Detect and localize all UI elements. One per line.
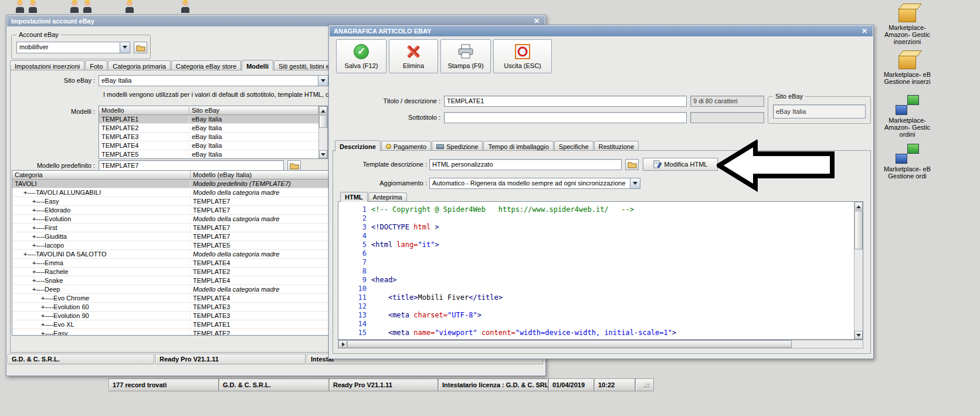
close-icon[interactable]: ✕	[860, 27, 869, 35]
scroll-down-icon[interactable]	[319, 150, 327, 158]
editor-hscrollbar[interactable]	[338, 340, 863, 349]
company-name: G.D. & C. S.R.L.	[219, 378, 329, 391]
app-statusbar: 177 record trovati G.D. & C. S.R.L. Read…	[108, 378, 654, 391]
models-row[interactable]: TEMPLATE5eBay Italia	[99, 150, 318, 159]
yellow-package-icon	[898, 55, 916, 69]
site-groupbox: Sito eBay eBay Italia	[768, 96, 871, 124]
dropdown-arrow-icon[interactable]	[630, 178, 640, 188]
code-area: 1<!-- Copyright @ Spider4Web https://www…	[338, 205, 863, 337]
folder-icon	[628, 161, 637, 168]
status-version: Ready Pro V21.1.11	[155, 354, 306, 364]
code-line: 13 <meta charset="UTF-8">	[338, 311, 863, 320]
editor-vscrollbar[interactable]	[854, 202, 863, 339]
tab-specifiche[interactable]: Specifiche	[554, 141, 594, 151]
user-icon[interactable]	[181, 0, 190, 13]
tab-categoria-primaria[interactable]: Categoria primaria	[108, 60, 170, 70]
template-folder-button[interactable]	[625, 159, 639, 170]
column-header[interactable]: Modello	[99, 106, 189, 114]
account-folder-button[interactable]	[134, 42, 147, 53]
subtitle-extra-box	[690, 112, 764, 123]
desktop-icon-amazon-orders[interactable]: Marketplace-Amazon- Gestic ordini	[875, 95, 940, 138]
code-line: 1<!-- Copyright @ Spider4Web https://www…	[338, 205, 863, 214]
code-line: 4	[338, 232, 863, 241]
account-groupbox: Account eBay mobilifiver	[11, 35, 151, 59]
exit-button-label: Uscita (ESC)	[504, 62, 541, 69]
edit-page-icon	[653, 160, 662, 168]
article-window-title: ANAGRAFICA ARTICOLO EBAY	[334, 28, 431, 35]
models-row[interactable]: TEMPLATE4eBay Italia	[99, 141, 318, 150]
scroll-up-icon[interactable]	[854, 202, 863, 210]
char-count-box: 9 di 80 caratteri	[690, 96, 764, 107]
check-icon: ✓	[354, 44, 369, 59]
code-line: 2	[338, 214, 863, 223]
models-row[interactable]: TEMPLATE3eBay Italia	[99, 133, 318, 141]
models-row[interactable]: TEMPLATE1eBay Italia	[99, 115, 318, 124]
tab-restituzione[interactable]: Restituzione	[594, 141, 639, 151]
tab-anteprima[interactable]: Anteprima	[368, 192, 407, 201]
desktop-icon-ebay-orders[interactable]: Marketplace- eB Gestione ordi	[875, 144, 940, 180]
site-select[interactable]: eBay Italia	[99, 75, 328, 86]
tab-categoria-ebay-store[interactable]: Categoria eBay store	[171, 60, 241, 70]
default-model-label: Modello predefinito :	[14, 162, 95, 169]
account-select-value: mobilifiver	[19, 42, 118, 53]
yellow-package-icon	[898, 8, 916, 22]
editor-tabs: HTMLAnteprima	[340, 192, 408, 201]
user-icon[interactable]	[83, 0, 92, 13]
user-icon[interactable]	[125, 0, 134, 13]
subtitle-input[interactable]	[444, 112, 687, 123]
template-input[interactable]: HTML personalizzato	[429, 159, 622, 170]
article-titlebar[interactable]: ANAGRAFICA ARTICOLO EBAY ✕	[330, 26, 873, 36]
html-code-editor[interactable]: 1<!-- Copyright @ Spider4Web https://www…	[338, 201, 863, 340]
tab-descrizione[interactable]: Descrizione	[335, 140, 381, 151]
edit-html-button[interactable]: Modifica HTML	[643, 158, 718, 171]
models-grid-body: TEMPLATE1eBay ItaliaTEMPLATE2eBay Italia…	[99, 115, 318, 158]
scroll-up-icon[interactable]	[319, 106, 327, 114]
title-input[interactable]: TEMPLATE1	[444, 96, 687, 107]
color-cubes-icon	[896, 144, 919, 164]
dropdown-arrow-icon[interactable]	[318, 76, 328, 86]
close-icon[interactable]: ✕	[533, 17, 541, 25]
dropdown-arrow-icon[interactable]	[120, 42, 130, 53]
exit-button[interactable]: Uscita (ESC)	[493, 39, 552, 73]
column-header[interactable]: Sito eBay	[189, 106, 318, 114]
print-button-label: Stampa (F9)	[447, 62, 483, 69]
user-icon[interactable]	[28, 0, 38, 13]
exit-icon	[515, 44, 530, 59]
scroll-right-icon[interactable]	[338, 340, 347, 348]
delete-x-icon	[406, 44, 421, 59]
delete-button[interactable]: Elimina	[389, 39, 438, 73]
tab-impostazioni-inserzioni[interactable]: Impostazioni inserzioni	[10, 60, 84, 70]
scroll-thumb[interactable]	[347, 340, 792, 348]
desktop-icon-ebay-listings[interactable]: Marketplace- eB Gestione inserzi	[875, 50, 940, 85]
code-line: 10	[338, 285, 863, 293]
print-button[interactable]: Stampa (F9)	[440, 39, 491, 73]
site-select-value: eBay Italia	[101, 76, 317, 86]
column-header[interactable]: Categoria	[12, 171, 191, 179]
settings-window-title: Impostazioni account eBay	[11, 18, 94, 25]
folder-icon	[136, 44, 145, 52]
tab-modelli[interactable]: Modelli	[242, 60, 273, 71]
scroll-thumb[interactable]	[854, 211, 863, 249]
save-button-label: Salva (F12)	[345, 62, 378, 69]
code-line: 5<html lang="it">	[338, 241, 863, 249]
account-select[interactable]: mobilifiver	[16, 42, 130, 53]
payment-icon	[386, 144, 391, 149]
tab-foto[interactable]: Foto	[85, 60, 107, 70]
tab-spedizione[interactable]: Spedizione	[432, 141, 483, 151]
tab-tempo-di-imballaggio[interactable]: Tempo di imballaggio	[483, 141, 553, 151]
scroll-down-icon[interactable]	[854, 331, 863, 339]
code-line: 14	[338, 320, 863, 329]
models-scrollbar[interactable]	[318, 106, 327, 158]
resize-grip-icon: .::	[635, 378, 654, 391]
models-row[interactable]: TEMPLATE2eBay Italia	[99, 124, 318, 133]
scroll-thumb[interactable]	[319, 115, 327, 128]
user-icon[interactable]	[70, 0, 79, 13]
tab-html[interactable]: HTML	[340, 192, 368, 202]
desktop-icon-label: Marketplace-Amazon- Gestic ordini	[878, 117, 937, 138]
tab-pagamento[interactable]: Pagamento	[381, 141, 431, 151]
save-button[interactable]: ✓ Salva (F12)	[336, 39, 386, 73]
site-group-label: Sito eBay	[773, 93, 805, 100]
user-icon[interactable]	[15, 0, 25, 13]
update-select[interactable]: Automatico - Rigenera da modello sempre …	[429, 178, 640, 189]
desktop-icon-amazon-listings[interactable]: Marketplace-Amazon- Gestic inserzioni	[875, 3, 940, 45]
